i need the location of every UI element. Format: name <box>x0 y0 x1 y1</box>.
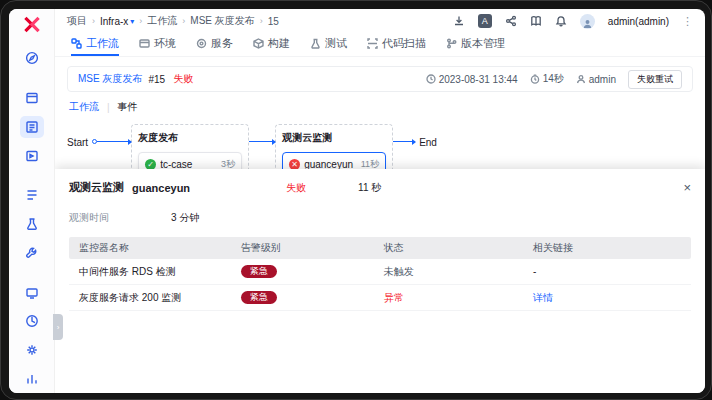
top-bar: 项目 › Infra-x ▾ › 工作流 › MSE 灰度发布 › 15 A a… <box>55 9 705 31</box>
breadcrumb-separator: › <box>260 16 263 26</box>
monitors-table: 监控器名称 告警级别 状态 相关链接 中间件服务 RDS 检测 紧急 未触发 -… <box>69 237 691 311</box>
pipeline-end-label: End <box>419 137 437 148</box>
left-sidebar: › <box>9 9 55 393</box>
share-icon[interactable] <box>505 15 517 27</box>
table-row: 灰度服务请求 200 监测 紧急 异常 详情 <box>69 285 691 311</box>
connector-line <box>393 141 415 142</box>
pipelines-icon[interactable] <box>20 116 44 139</box>
breadcrumb-project[interactable]: 项目 <box>67 14 87 28</box>
breadcrumb-workflows[interactable]: 工作流 <box>147 14 177 28</box>
close-icon[interactable]: × <box>683 181 691 194</box>
bell-icon[interactable] <box>555 15 567 27</box>
workflow-icon <box>71 38 82 49</box>
monitor-name: 灰度服务请求 200 监测 <box>69 291 231 305</box>
subtab-divider: | <box>107 102 110 113</box>
run-number: #15 <box>148 74 165 85</box>
tab-environment[interactable]: 环境 <box>139 31 176 56</box>
app-window: › 项目 › Infra-x ▾ › 工作流 › MSE 灰度发布 › 15 A… <box>9 9 705 393</box>
connector-line <box>97 141 131 142</box>
stage-title: 观测云监测 <box>282 131 386 145</box>
drawer-step-name: guanceyun <box>132 182 190 194</box>
observation-time-label: 观测时间 <box>69 211 171 225</box>
deploy-icon[interactable] <box>20 144 44 167</box>
observation-time-value: 3 分钟 <box>171 211 199 225</box>
breadcrumb-pipeline[interactable]: MSE 灰度发布 <box>190 14 254 28</box>
test-flask-icon <box>310 38 321 49</box>
drawer-header: 观测云监测 guanceyun 失败 11 秒 × <box>55 169 705 203</box>
detail-link[interactable]: 详情 <box>533 292 553 303</box>
tab-workflow[interactable]: 工作流 <box>71 31 119 56</box>
download-icon[interactable] <box>453 15 465 27</box>
service-icon <box>196 38 207 49</box>
monitor-name: 中间件服务 RDS 检测 <box>69 265 231 279</box>
breadcrumb-separator: › <box>139 16 142 26</box>
run-info-bar: MSE 灰度发布 #15 失败 2023-08-31 13:44 14秒 adm… <box>67 66 693 92</box>
related-link: - <box>523 266 691 277</box>
observation-time-row: 观测时间 3 分钟 <box>55 203 705 237</box>
timer-icon <box>530 74 540 84</box>
table-header-row: 监控器名称 告警级别 状态 相关链接 <box>69 237 691 259</box>
stage-title: 灰度发布 <box>138 131 242 145</box>
language-icon[interactable]: A <box>478 14 492 28</box>
col-status: 状态 <box>374 237 523 259</box>
docs-icon[interactable] <box>530 15 542 27</box>
build-icon <box>253 38 264 49</box>
pipeline-start-label: Start <box>67 137 88 148</box>
code-scan-icon <box>367 38 378 49</box>
subtab-events[interactable]: 事件 <box>118 100 138 114</box>
monitor-icon[interactable] <box>20 281 44 304</box>
nav-tabs: 工作流 环境 服务 构建 测试 代码扫描 <box>55 31 705 57</box>
tab-test[interactable]: 测试 <box>310 31 347 56</box>
overview-icon[interactable] <box>20 47 44 70</box>
environment-icon <box>139 38 150 49</box>
run-start-time: 2023-08-31 13:44 <box>426 74 518 85</box>
col-alert-level: 告警级别 <box>231 237 374 259</box>
user-icon <box>576 74 586 84</box>
stats-icon[interactable] <box>20 367 44 390</box>
alert-level-badge: 紧急 <box>241 265 277 279</box>
test-icon[interactable] <box>20 213 44 236</box>
resources-icon[interactable] <box>20 184 44 207</box>
step-detail-drawer: 观测云监测 guanceyun 失败 11 秒 × 观测时间 3 分钟 监控器名… <box>55 169 705 393</box>
tab-service[interactable]: 服务 <box>196 31 233 56</box>
drawer-duration: 11 秒 <box>358 181 381 195</box>
device-frame: › 项目 › Infra-x ▾ › 工作流 › MSE 灰度发布 › 15 A… <box>0 0 712 400</box>
breadcrumb-separator: › <box>92 16 95 26</box>
breadcrumb-project-name[interactable]: Infra-x <box>100 16 128 27</box>
run-sub-tabs: 工作流 | 事件 <box>55 92 705 114</box>
chevron-down-icon[interactable]: ▾ <box>130 17 134 26</box>
alert-level-badge: 紧急 <box>241 291 277 305</box>
reports-icon[interactable] <box>20 310 44 333</box>
tab-code-scan[interactable]: 代码扫描 <box>367 31 426 56</box>
header-actions: A admin(admin) ⋮ <box>453 14 693 29</box>
more-menu-icon[interactable]: ⋮ <box>682 15 693 28</box>
run-trigger-user: admin <box>576 74 616 85</box>
connector-line <box>249 141 275 142</box>
monitor-status: 未触发 <box>374 265 523 279</box>
clock-icon <box>426 74 436 84</box>
username-label[interactable]: admin(admin) <box>608 16 669 27</box>
tab-build[interactable]: 构建 <box>253 31 290 56</box>
brand-logo-icon <box>22 15 42 34</box>
avatar[interactable] <box>580 14 595 29</box>
projects-icon[interactable] <box>20 87 44 110</box>
subtab-workflow[interactable]: 工作流 <box>69 100 99 114</box>
sidebar-expander[interactable]: › <box>53 314 63 340</box>
tools-icon[interactable] <box>20 241 44 264</box>
run-duration: 14秒 <box>530 72 564 86</box>
col-monitor-name: 监控器名称 <box>69 237 231 259</box>
col-related-link: 相关链接 <box>523 237 691 259</box>
run-pipeline-name[interactable]: MSE 灰度发布 <box>78 72 142 86</box>
drawer-step-type: 观测云监测 <box>69 180 124 195</box>
breadcrumb-separator: › <box>182 16 185 26</box>
table-row: 中间件服务 RDS 检测 紧急 未触发 - <box>69 259 691 285</box>
drawer-status-label: 失败 <box>286 181 306 195</box>
retry-failed-button[interactable]: 失败重试 <box>628 70 682 89</box>
breadcrumb-run-id[interactable]: 15 <box>268 16 279 27</box>
monitor-status: 异常 <box>374 291 523 305</box>
run-status-label: 失败 <box>173 72 193 86</box>
settings-gear-icon[interactable] <box>20 339 44 362</box>
tab-version-management[interactable]: 版本管理 <box>446 31 505 56</box>
version-branch-icon <box>446 38 457 49</box>
